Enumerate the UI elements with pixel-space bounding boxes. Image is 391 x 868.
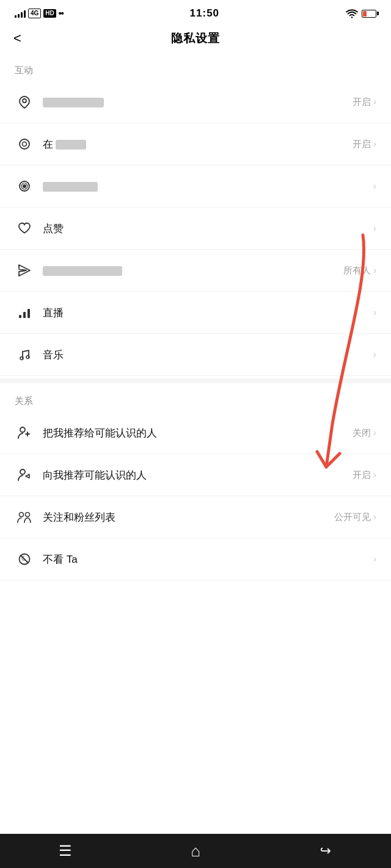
menu-item-follow-fans[interactable]: 关注和粉丝列表 公开可见 › — [0, 496, 391, 538]
follow-fans-text: 关注和粉丝列表 — [43, 510, 334, 524]
battery-icon — [362, 10, 376, 18]
guanxi-items-container: 把我推荐给可能认识的人 关闭 › 向我推荐可能认识的人 开启 › — [0, 412, 391, 580]
menu-item-live[interactable]: 直播 › — [0, 292, 391, 334]
live-icon — [15, 303, 34, 322]
svg-rect-8 — [27, 309, 30, 318]
back-icon-bottom: ↩ — [320, 844, 331, 858]
like-chevron: › — [373, 223, 376, 234]
section-divider — [0, 378, 391, 383]
follow-fans-right: 公开可见 › — [334, 512, 376, 523]
recommend-me-right: 关闭 › — [353, 427, 376, 439]
music-icon — [15, 345, 34, 364]
menu-item-view[interactable]: › — [0, 165, 391, 208]
wifi-icon — [346, 9, 358, 18]
recommend-to-me-icon — [15, 465, 34, 485]
menu-item-status[interactable]: 在 开启 › — [0, 123, 391, 165]
status-icon — [15, 134, 34, 154]
recommend-me-text: 把我推荐给可能认识的人 — [43, 426, 353, 440]
status-right-val: 开启 › — [353, 139, 376, 150]
svg-point-1 — [20, 139, 29, 149]
dots-icon: •• — [59, 9, 64, 18]
menu-item-recommend-to-me[interactable]: 向我推荐可能认识的人 开启 › — [0, 454, 391, 496]
menu-item-block[interactable]: 不看 Ta › — [0, 538, 391, 580]
svg-rect-6 — [19, 315, 21, 318]
send-icon — [15, 261, 34, 280]
bottom-nav: ☰ ⌂ ↩ — [0, 834, 391, 868]
block-chevron: › — [373, 554, 376, 565]
recommend-to-me-status: 开启 — [353, 469, 371, 481]
recommend-me-chevron: › — [373, 427, 376, 438]
menu-item-recommend-me[interactable]: 把我推荐给可能认识的人 关闭 › — [0, 412, 391, 454]
svg-point-14 — [26, 513, 30, 517]
status-chevron: › — [373, 139, 376, 150]
svg-point-10 — [26, 356, 29, 359]
like-text: 点赞 — [43, 222, 373, 236]
send-chevron: › — [373, 265, 376, 276]
page-title: 隐私设置 — [171, 31, 220, 46]
view-right: › — [373, 181, 376, 192]
section-label-hudong: 互动 — [0, 55, 391, 81]
4g-badge: 4G — [28, 9, 41, 18]
status-text: 在 — [43, 137, 353, 151]
view-chevron: › — [373, 181, 376, 192]
svg-point-2 — [23, 142, 27, 146]
send-status: 所有人 — [343, 265, 371, 277]
view-text — [43, 180, 373, 192]
recommend-to-me-chevron: › — [373, 469, 376, 480]
status-right — [346, 9, 376, 18]
music-chevron: › — [373, 349, 376, 360]
home-icon-bottom: ⌂ — [191, 843, 200, 859]
recommend-to-me-right: 开启 › — [353, 469, 376, 481]
bottom-nav-back[interactable]: ↩ — [307, 839, 344, 863]
music-right: › — [373, 349, 376, 360]
status-bar: 4G HD •• 11:50 — [0, 0, 391, 24]
svg-point-13 — [20, 513, 24, 517]
music-text: 音乐 — [43, 348, 373, 362]
live-text: 直播 — [43, 306, 373, 320]
live-right: › — [373, 307, 376, 318]
block-icon — [15, 549, 34, 569]
svg-point-12 — [20, 469, 25, 474]
status-left: 4G HD •• — [15, 9, 64, 18]
bottom-nav-home[interactable]: ⌂ — [177, 839, 214, 863]
recommend-to-me-text: 向我推荐可能认识的人 — [43, 468, 353, 482]
location-status: 开启 — [353, 96, 371, 108]
svg-point-0 — [23, 99, 26, 103]
menu-icon-bottom: ☰ — [59, 844, 72, 858]
location-icon — [15, 92, 34, 112]
follow-fans-status: 公开可见 — [334, 512, 371, 523]
follow-fans-chevron: › — [373, 512, 376, 523]
signal-bars-icon — [15, 9, 26, 18]
menu-item-music[interactable]: 音乐 › — [0, 334, 391, 376]
menu-item-send[interactable]: 所有人 › — [0, 250, 391, 292]
status-status: 开启 — [353, 139, 371, 150]
send-right: 所有人 › — [343, 265, 376, 277]
hd-badge: HD — [43, 9, 56, 18]
block-right: › — [373, 554, 376, 565]
recommend-me-status: 关闭 — [353, 427, 371, 439]
menu-item-like[interactable]: 点赞 › — [0, 208, 391, 250]
like-icon — [15, 219, 34, 238]
bottom-nav-menu[interactable]: ☰ — [47, 839, 84, 863]
block-text: 不看 Ta — [43, 552, 373, 566]
recommend-me-icon — [15, 423, 34, 443]
svg-rect-7 — [23, 312, 26, 318]
like-right: › — [373, 223, 376, 234]
follow-fans-icon — [15, 507, 34, 527]
svg-point-9 — [20, 357, 23, 360]
location-right: 开启 › — [353, 96, 376, 108]
status-time: 11:50 — [190, 7, 219, 20]
send-text — [43, 264, 343, 277]
nav-bar: < 隐私设置 — [0, 24, 391, 55]
section-label-guanxi: 关系 — [0, 386, 391, 412]
view-icon — [15, 176, 34, 196]
live-chevron: › — [373, 307, 376, 318]
back-button[interactable]: < — [13, 31, 21, 46]
svg-point-4 — [23, 184, 26, 188]
svg-point-11 — [20, 427, 25, 432]
location-text — [43, 96, 353, 108]
location-chevron: › — [373, 96, 376, 107]
menu-item-location[interactable]: 开启 › — [0, 81, 391, 123]
